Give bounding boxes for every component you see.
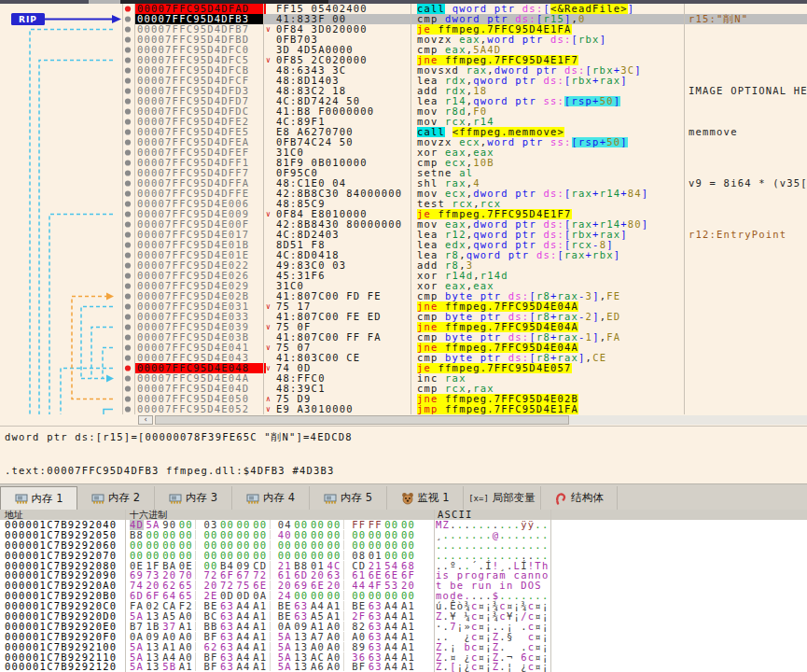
disasm-row[interactable]: 00007FFC95D4DFDC41:B8 F0000000mov r8d,F0 [0,106,807,117]
hex-byte[interactable]: 13 [146,642,160,652]
instruction-address[interactable]: 00007FFC95D4E00F [134,219,266,230]
disasm-row[interactable]: 00007FFC95D4DFD74C:8D7424 50lea r14,qwor… [0,96,807,106]
hex-byte[interactable]: A4 [237,662,251,672]
disasm-row[interactable]: 00007FFC95D4E039∨75 0Fjne ffmpeg.7FFC95D… [0,322,807,332]
instruction-address[interactable]: 00007FFC95D4E041 [134,343,266,353]
hex-byte[interactable]: 5B [162,662,176,672]
hex-byte[interactable]: A0 [311,642,325,652]
hex-byte[interactable]: 00 [253,551,267,561]
disasm-row[interactable]: 00007FFC95D4E02931C0xor eax,eax [0,281,807,291]
disasm-row[interactable]: 00007FFC95D4DFEA0FB74C24 50movzx ecx,wor… [0,137,807,147]
memory-dump-panel[interactable]: 000001C7B92920404D5A90000300000004000000… [0,520,807,672]
disasm-row[interactable]: 00007FFC95D4E00F42:8B8430 80000000mov ea… [0,219,807,230]
instruction-address[interactable]: 00007FFC95D4DFB3 [134,14,266,24]
dump-ascii[interactable]: Z.[¡¿c¤¡Z.¦ ¿c¤¡ [436,662,550,672]
horizontal-scrollbar[interactable]: ‹ [0,414,807,426]
hex-byte[interactable]: 13 [294,642,308,652]
disasm-row[interactable]: 00007FFC95D4DFE5E8 A6270700call <ffmpeg.… [0,127,807,137]
tab-内存 5[interactable]: 内存 5 [310,486,387,510]
instruction-address[interactable]: 00007FFC95D4E052 [134,404,266,414]
instruction-address[interactable]: 00007FFC95D4DFFE [134,189,266,199]
scrollbar-thumb[interactable] [155,415,569,425]
disasm-row[interactable]: 00007FFC95D4E048∨74 0Dje ffmpeg.7FFC95D4… [0,363,807,373]
disasm-row[interactable]: 00007FFC95D4E009∨0F84 E8010000je ffmpeg.… [0,209,807,219]
instruction-address[interactable]: 00007FFC95D4E017 [134,230,266,240]
disassembly-panel[interactable]: 00007FFC95D4DFADFF15 05402400call qword … [0,4,807,414]
dump-ascii[interactable]: ................ [436,551,550,561]
hex-byte[interactable]: A4 [384,642,398,652]
disasm-row[interactable]: 00007FFC95D4DFFA48:C1E0 04shl rax,4v9 = … [0,178,807,189]
disasm-row[interactable]: 00007FFC95D4DFC5∨0F85 2C020000jne ffmpeg… [0,55,807,65]
hex-byte[interactable]: 89 [352,642,366,652]
hex-byte[interactable]: 01 [369,551,383,561]
disasm-row[interactable]: 00007FFC95D4DFF70F95C0setne al [0,168,807,178]
instruction-address[interactable]: 00007FFC95D4DFCB [134,65,266,76]
tab-局部变量[interactable]: [x=]局部变量 [464,486,541,510]
hex-byte[interactable]: 00 [278,551,292,561]
disasm-row[interactable]: 00007FFC95D4DFCF48:8D1403lea rdx,qword p… [0,76,807,86]
hex-byte[interactable]: 00 [294,551,308,561]
hex-byte[interactable]: 00 [384,551,398,561]
instruction-address[interactable]: 00007FFC95D4DFE2 [134,117,266,127]
hex-byte[interactable]: BF [352,662,366,672]
hex-byte[interactable]: A6 [311,662,325,672]
hex-byte[interactable]: 5A [278,642,292,652]
instruction-address[interactable]: 00007FFC95D4E029 [134,281,266,291]
dump-address[interactable]: 000001C7B9292120 [5,662,117,672]
dump-row[interactable]: 000001C7B92921205A135BA1BF63A4A15A13A6A0… [0,662,807,672]
instruction-address[interactable]: 00007FFC95D4E043 [134,353,266,363]
disasm-row[interactable]: 00007FFC95D4E04341:803C00 CEcmp byte ptr… [0,353,807,363]
hex-byte[interactable]: A1 [401,662,415,672]
tab-内存 1[interactable]: 内存 1 [0,486,77,510]
disasm-row[interactable]: 00007FFC95D4DFB341:833F 00cmp dword ptr … [0,14,807,24]
instruction-address[interactable]: 00007FFC95D4E01B [134,240,266,250]
disasm-row[interactable]: 00007FFC95D4DFBD0FB703movzx eax,word ptr… [0,35,807,45]
hex-byte[interactable]: 13 [146,662,160,672]
hex-byte[interactable]: 5A [130,662,144,672]
hex-byte[interactable]: 00 [311,551,325,561]
instruction-address[interactable]: 00007FFC95D4E026 [134,271,266,281]
hex-byte[interactable]: A1 [253,642,267,652]
hex-byte[interactable]: 00 [237,551,251,561]
hex-byte[interactable]: 00 [130,551,144,561]
disasm-row[interactable]: 00007FFC95D4E041∨75 07jne ffmpeg.7FFC95D… [0,343,807,353]
disasm-row[interactable]: 00007FFC95D4E052∨E9 A3010000jmp ffmpeg.7… [0,404,807,414]
disasm-row[interactable]: 00007FFC95D4DFC03D 4D5A0000cmp eax,5A4D [0,45,807,55]
instruction-address[interactable]: 00007FFC95D4E009 [134,209,266,219]
tab-内存 4[interactable]: 内存 4 [232,486,310,510]
tab-结构体[interactable]: 结构体 [541,486,618,510]
instruction-address[interactable]: 00007FFC95D4DFFA [134,178,266,189]
instruction-address[interactable]: 00007FFC95D4E050 [134,394,266,404]
disasm-row[interactable]: 00007FFC95D4E02B41:807C00 FD FEcmp byte … [0,291,807,301]
hex-byte[interactable]: 00 [220,551,234,561]
disasm-row[interactable]: 00007FFC95D4E03341:807C00 FE EDcmp byte … [0,312,807,322]
instruction-address[interactable]: 00007FFC95D4DFB7 [134,24,266,35]
disasm-row[interactable]: 00007FFC95D4DFD348:83C2 18add rdx,18IMAG… [0,86,807,96]
instruction-address[interactable]: 00007FFC95D4DFDC [134,106,266,117]
instruction-address[interactable]: 00007FFC95D4DFC0 [134,45,266,55]
hex-byte[interactable]: 5A [130,642,144,652]
hex-byte[interactable]: 00 [203,551,217,561]
hex-byte[interactable]: 13 [294,662,308,672]
instruction-address[interactable]: 00007FFC95D4E048 [134,363,266,373]
scroll-left-button[interactable]: ‹ [138,415,153,425]
instruction-address[interactable]: 00007FFC95D4DFAD [134,4,266,14]
instruction-address[interactable]: 00007FFC95D4DFBD [134,35,266,45]
disasm-row[interactable]: 00007FFC95D4E031∨75 17jne ffmpeg.7FFC95D… [0,301,807,312]
dump-hex-bytes[interactable]: 00000000000000000000000008010000 [130,551,418,561]
instruction-address[interactable]: 00007FFC95D4DFF1 [134,158,266,168]
instruction-address[interactable]: 00007FFC95D4E031 [134,301,266,312]
instruction-address[interactable]: 00007FFC95D4DFD7 [134,96,266,106]
disasm-row[interactable]: 00007FFC95D4E050∧75 D9jne ffmpeg.7FFC95D… [0,394,807,404]
disasm-row[interactable]: 00007FFC95D4DFFE42:8B8C30 84000000mov ec… [0,189,807,199]
hex-byte[interactable]: 00 [401,551,415,561]
disasm-row[interactable]: 00007FFC95D4E04A48:FFC0inc rax [0,373,807,384]
hex-byte[interactable]: 5A [278,662,292,672]
hex-byte[interactable]: 63 [369,662,383,672]
dump-row[interactable]: 000001C7B92921005A13A1A06263A4A15A13A0A0… [0,642,807,652]
dump-hex-bytes[interactable]: 5A13A1A06263A4A15A13A0A08963A4A1 [130,642,418,652]
hex-byte[interactable]: A1 [401,642,415,652]
dump-row[interactable]: 000001C7B9292070000000000000000000000000… [0,551,807,561]
hex-byte[interactable]: 00 [162,551,176,561]
hex-byte[interactable]: A0 [327,662,341,672]
